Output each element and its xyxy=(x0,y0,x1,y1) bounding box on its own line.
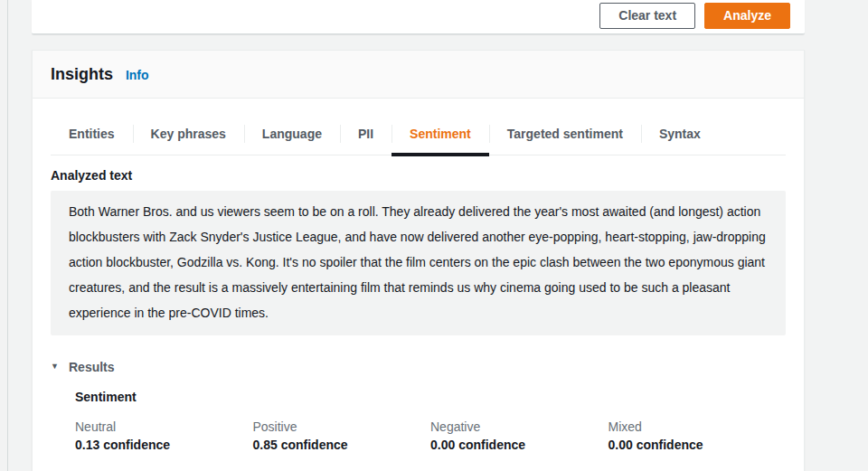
sentiment-result-positive: Positive 0.85 confidence xyxy=(253,418,431,454)
insights-body: Entities Key phrases Language PII Sentim… xyxy=(33,99,804,471)
page-left-divider xyxy=(7,0,8,471)
insights-header: Insights Info xyxy=(33,51,804,99)
results-expander[interactable]: ▼ Results xyxy=(51,360,786,374)
tab-key-phrases[interactable]: Key phrases xyxy=(133,118,244,155)
sentiment-label: Positive xyxy=(253,418,431,436)
sentiment-label: Negative xyxy=(430,418,609,436)
sentiment-label: Neutral xyxy=(75,418,253,436)
sentiment-result-mixed: Mixed 0.00 confidence xyxy=(609,418,787,454)
sentiment-result-neutral: Neutral 0.13 confidence xyxy=(75,418,253,454)
sentiment-section-title: Sentiment xyxy=(75,390,786,404)
clear-text-button[interactable]: Clear text xyxy=(599,3,695,29)
insights-panel: Insights Info Entities Key phrases Langu… xyxy=(32,50,805,471)
sentiment-confidence-value: 0.00 confidence xyxy=(430,436,609,454)
tab-entities[interactable]: Entities xyxy=(51,118,133,155)
tab-language[interactable]: Language xyxy=(244,118,340,155)
analyzed-text-box: Both Warner Bros. and us viewers seem to… xyxy=(51,191,786,335)
sentiment-confidence-value: 0.85 confidence xyxy=(253,436,431,454)
page-column: Clear text Analyze Insights Info Entitie… xyxy=(32,0,805,471)
tab-sentiment[interactable]: Sentiment xyxy=(392,118,489,155)
tab-targeted-sentiment[interactable]: Targeted sentiment xyxy=(489,118,641,155)
tab-pii[interactable]: PII xyxy=(340,118,392,155)
collapse-triangle-icon: ▼ xyxy=(51,362,60,371)
sentiment-label: Mixed xyxy=(609,418,787,436)
input-text-panel-footer: Clear text Analyze xyxy=(32,0,805,34)
results-content: Sentiment Neutral 0.13 confidence Positi… xyxy=(51,390,786,454)
sentiment-results-grid: Neutral 0.13 confidence Positive 0.85 co… xyxy=(75,418,786,454)
insights-tabs: Entities Key phrases Language PII Sentim… xyxy=(51,118,786,155)
insights-title: Insights xyxy=(51,65,113,84)
analyzed-text-label: Analyzed text xyxy=(51,168,786,183)
sentiment-confidence-value: 0.13 confidence xyxy=(75,436,253,454)
results-expander-label: Results xyxy=(69,360,115,374)
analyze-button[interactable]: Analyze xyxy=(704,3,790,29)
sentiment-result-negative: Negative 0.00 confidence xyxy=(430,418,609,454)
sentiment-confidence-value: 0.00 confidence xyxy=(609,436,787,454)
tab-syntax[interactable]: Syntax xyxy=(641,118,719,155)
info-link[interactable]: Info xyxy=(126,68,149,82)
